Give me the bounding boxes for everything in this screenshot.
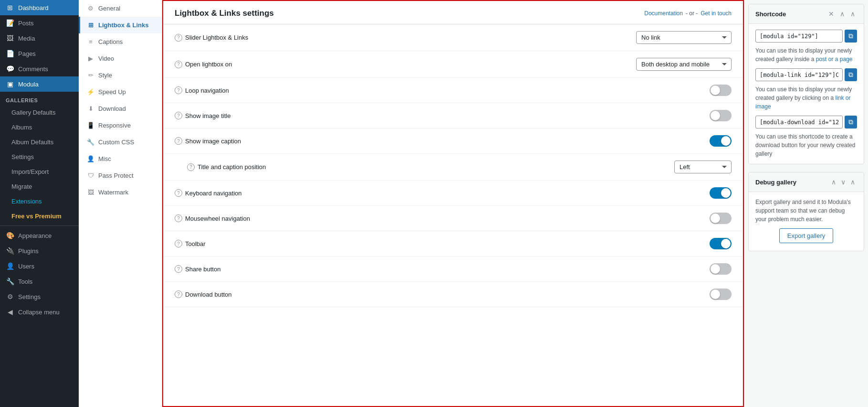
help-icon-title-caption-position[interactable]: ? <box>187 163 195 171</box>
sidebar-item-label: Pages <box>18 50 36 57</box>
setting-row-share-button: ? Share button <box>163 257 743 282</box>
debug-up-icon[interactable]: ∧ <box>829 177 838 187</box>
sub-sidebar-item-captions[interactable]: ≡ Captions <box>79 33 162 50</box>
documentation-link[interactable]: Documentation <box>644 10 683 17</box>
sidebar-item-album-defaults[interactable]: Album Defaults <box>0 135 79 150</box>
sidebar-item-dashboard[interactable]: ⊞ Dashboard <box>0 0 79 15</box>
shortcode-input-1[interactable] <box>755 30 843 43</box>
main-area: ⚙ General ⊞ Lightbox & Links ≡ Captions … <box>79 0 868 407</box>
sub-sidebar-item-custom-css[interactable]: 🔧 Custom CSS <box>79 134 162 150</box>
sub-sidebar-item-watermark[interactable]: 🖼 Watermark <box>79 184 162 201</box>
copy-btn-1[interactable]: ⧉ <box>845 30 857 43</box>
post-or-page-link[interactable]: post or a page <box>816 56 853 63</box>
sub-sidebar-item-pass-protect[interactable]: 🛡 Pass Protect <box>79 167 162 184</box>
shortcode-input-3[interactable] <box>755 116 843 129</box>
main-sidebar: ⊞ Dashboard 📝 Posts 🖼 Media 📄 Pages 💬 Co… <box>0 0 79 407</box>
toolbar-toggle[interactable] <box>710 238 732 249</box>
sub-sidebar-item-general[interactable]: ⚙ General <box>79 0 162 17</box>
sidebar-item-albums[interactable]: Albums <box>0 120 79 135</box>
mousewheel-navigation-label: Mousewheel navigation <box>185 215 250 222</box>
sidebar-item-modula[interactable]: ▣ Modula <box>0 76 79 92</box>
settings-panel: Lightbox & Links settings Documentation … <box>162 0 744 407</box>
sub-sidebar-item-style[interactable]: ✏ Style <box>79 67 162 84</box>
sub-sidebar-item-misc[interactable]: 👤 Misc <box>79 150 162 167</box>
general-icon: ⚙ <box>87 5 94 12</box>
sub-sidebar-item-responsive[interactable]: 📱 Responsive <box>79 117 162 134</box>
debug-down-icon[interactable]: ∨ <box>839 177 847 187</box>
sidebar-item-pages[interactable]: 📄 Pages <box>0 46 79 61</box>
settings-label: Settings <box>11 153 34 161</box>
sidebar-item-migrate[interactable]: Migrate <box>0 179 79 194</box>
content-area: Lightbox & Links settings Documentation … <box>162 0 868 407</box>
help-icon-download-button[interactable]: ? <box>175 290 182 298</box>
sidebar-item-appearance[interactable]: 🎨 Appearance <box>0 228 79 243</box>
shortcode-input-2[interactable] <box>755 68 843 81</box>
sub-sidebar-item-lightbox[interactable]: ⊞ Lightbox & Links <box>79 17 162 33</box>
sidebar-item-collapse[interactable]: ◀ Collapse menu <box>0 304 79 320</box>
help-icon-show-image-caption[interactable]: ? <box>175 137 182 145</box>
get-in-touch-link[interactable]: Get in touch <box>701 10 732 17</box>
export-gallery-button[interactable]: Export gallery <box>779 228 833 243</box>
sidebar-item-users[interactable]: 👤 Users <box>0 258 79 274</box>
shortcode-close-icon[interactable]: ✕ <box>826 9 836 19</box>
help-icon-toolbar[interactable]: ? <box>175 240 182 247</box>
share-button-toggle[interactable] <box>710 263 732 275</box>
shortcode-row-1: ⧉ <box>755 30 857 43</box>
show-image-title-toggle[interactable] <box>710 110 732 121</box>
shortcode-up-icon[interactable]: ∧ <box>838 9 847 19</box>
help-icon-mousewheel-navigation[interactable]: ? <box>175 214 182 222</box>
debug-gallery-header: Debug gallery ∧ ∨ ∧ <box>749 172 864 192</box>
sub-sidebar-item-video[interactable]: ▶ Video <box>79 50 162 67</box>
help-icon-share-button[interactable]: ? <box>175 265 182 273</box>
sidebar-item-plugins[interactable]: 🔌 Plugins <box>0 243 79 258</box>
lightbox-icon: ⊞ <box>87 21 94 29</box>
sidebar-item-import-export[interactable]: Import/Export <box>0 164 79 179</box>
help-icon-keyboard-navigation[interactable]: ? <box>175 189 182 197</box>
sidebar-item-gallery-defaults[interactable]: Gallery Defaults <box>0 105 79 120</box>
loop-navigation-label: Loop navigation <box>185 87 229 94</box>
sub-sidebar-item-speedup[interactable]: ⚡ Speed Up <box>79 84 162 100</box>
sidebar-item-comments[interactable]: 💬 Comments <box>0 61 79 76</box>
sidebar-item-tools[interactable]: 🔧 Tools <box>0 274 79 289</box>
captions-icon: ≡ <box>87 38 94 45</box>
setting-row-title-caption-position: ? Title and caption position Left Center… <box>163 154 743 181</box>
slider-lightbox-select[interactable]: No link Open lightbox Open URL <box>636 31 732 44</box>
title-caption-position-label: Title and caption position <box>198 163 266 171</box>
help-icon-show-image-title[interactable]: ? <box>175 112 182 119</box>
import-export-label: Import/Export <box>11 168 49 175</box>
keyboard-navigation-toggle[interactable] <box>710 187 732 199</box>
custom-css-icon: 🔧 <box>87 139 94 146</box>
copy-btn-2[interactable]: ⧉ <box>845 68 857 81</box>
help-icon-slider-lightbox[interactable]: ? <box>175 34 182 42</box>
shortcode-expand-icon[interactable]: ∧ <box>848 9 857 19</box>
link-or-image-link[interactable]: link or image <box>755 95 850 110</box>
sidebar-item-label: Dashboard <box>18 4 49 11</box>
sidebar-item-free-premium[interactable]: Free vs Premium <box>0 209 79 224</box>
sub-sidebar-label: Custom CSS <box>98 139 134 146</box>
help-icon-open-lightbox[interactable]: ? <box>175 61 182 68</box>
sidebar-item-label: Media <box>18 35 35 42</box>
download-button-toggle[interactable] <box>710 289 732 300</box>
debug-expand-icon[interactable]: ∧ <box>848 177 857 187</box>
sub-sidebar-item-download[interactable]: ⬇ Download <box>79 100 162 117</box>
pages-icon: 📄 <box>6 50 14 57</box>
style-icon: ✏ <box>87 72 94 79</box>
copy-btn-3[interactable]: ⧉ <box>845 116 857 129</box>
debug-title: Debug gallery <box>755 179 796 186</box>
open-lightbox-select[interactable]: Both desktop and mobile Desktop only Mob… <box>636 58 732 71</box>
right-panel: Shortcode ✕ ∧ ∧ ⧉ You can use this to di… <box>744 0 868 407</box>
debug-gallery-section: Debug gallery ∧ ∨ ∧ Export gallery and s… <box>748 172 864 251</box>
sidebar-item-extensions[interactable]: Extensions <box>0 194 79 209</box>
sidebar-item-posts[interactable]: 📝 Posts <box>0 15 79 31</box>
show-image-caption-toggle[interactable] <box>710 135 732 147</box>
sidebar-item-settings2[interactable]: ⚙ Settings <box>0 289 79 304</box>
title-caption-position-select[interactable]: Left Center Right <box>674 161 732 173</box>
setting-row-mousewheel-navigation: ? Mousewheel navigation <box>163 206 743 231</box>
shortcode-title: Shortcode <box>755 11 786 18</box>
sidebar-item-media[interactable]: 🖼 Media <box>0 31 79 46</box>
albums-label: Albums <box>11 124 32 131</box>
help-icon-loop-navigation[interactable]: ? <box>175 86 182 94</box>
loop-navigation-toggle[interactable] <box>710 85 732 96</box>
sidebar-item-settings[interactable]: Settings <box>0 150 79 164</box>
mousewheel-navigation-toggle[interactable] <box>710 213 732 224</box>
